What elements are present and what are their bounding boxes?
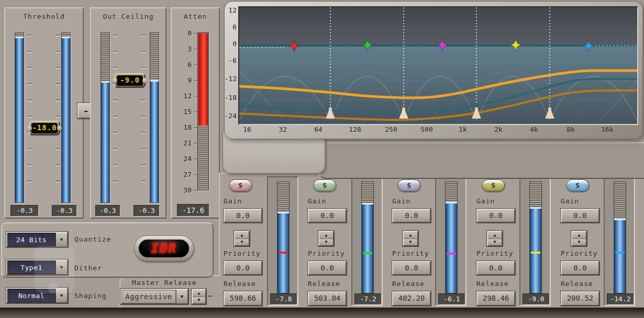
graph-x-tick: 16k — [596, 126, 619, 133]
atten-scale-label: 30 — [173, 186, 192, 194]
gain-label: Gain — [476, 197, 495, 205]
graph-x-tick: 64 — [307, 126, 330, 133]
band-fader[interactable]: -7.2 — [351, 176, 383, 306]
quantize-dropdown[interactable]: 24 Bits ▼ — [6, 232, 68, 247]
band-fader[interactable]: -6.1 — [435, 176, 467, 306]
gain-value[interactable]: 0.0 — [392, 209, 431, 223]
graph-y-tick: -6 — [222, 56, 237, 64]
frequency-graph[interactable] — [238, 6, 638, 125]
atten-panel: Atten 036912151821242730 -17.6 — [171, 7, 220, 219]
stepper-down-icon[interactable]: ▼ — [193, 297, 205, 304]
release-value[interactable]: 598.66 — [224, 291, 262, 306]
band-fader-track[interactable] — [445, 181, 458, 293]
stepper-down-icon[interactable]: ▼ — [572, 239, 586, 246]
stepper-down-icon[interactable]: ▼ — [488, 239, 502, 246]
release-value[interactable]: 298.46 — [476, 291, 515, 306]
release-value[interactable]: 402.20 — [392, 291, 431, 306]
band-meter-readout: -14.2 — [607, 293, 634, 305]
threshold-title: Threshold — [5, 13, 83, 20]
atten-scale-label: 24 — [173, 155, 192, 163]
master-release-label: Master Release — [132, 279, 197, 287]
atten-scale-label: 18 — [173, 123, 192, 131]
band-fader-track[interactable] — [614, 181, 626, 293]
out-ceiling-handle[interactable]: -9.0 — [114, 73, 146, 88]
solo-button[interactable]: S — [566, 179, 589, 192]
master-release-dropdown[interactable]: Aggressive ▼ — [120, 289, 188, 304]
stepper-up-icon[interactable]: ▲ — [572, 232, 586, 239]
graph-x-tick: 1k — [451, 126, 474, 133]
solo-button[interactable]: S — [229, 179, 252, 192]
band-fader-track[interactable] — [361, 181, 374, 293]
stepper-down-icon[interactable]: ▼ — [235, 239, 249, 246]
out-ceiling-title: Out Ceiling — [91, 13, 165, 20]
priority-value[interactable]: 0.0 — [308, 261, 347, 275]
threshold-handle[interactable]: -18.0 — [29, 121, 60, 135]
priority-value[interactable]: 0.0 — [392, 261, 431, 275]
gain-value[interactable]: 0.0 — [308, 209, 347, 223]
band-stepper[interactable]: ▲ ▼ — [403, 231, 418, 246]
solo-button[interactable]: S — [482, 179, 505, 192]
master-release-dropdown-arrow-icon[interactable]: ▼ — [176, 290, 187, 303]
atten-meter — [197, 32, 209, 190]
master-release-stepper[interactable]: ▲ ▼ — [192, 289, 206, 304]
release-value[interactable]: 503.04 — [308, 291, 347, 306]
out-ceiling-fader-left[interactable] — [101, 32, 110, 203]
solo-button-label: S — [238, 182, 242, 189]
stepper-up-icon[interactable]: ▲ — [235, 232, 249, 239]
stepper-up-icon[interactable]: ▲ — [193, 290, 205, 297]
stepper-down-icon[interactable]: ▼ — [319, 239, 333, 246]
band-stepper[interactable]: ▲ ▼ — [571, 231, 587, 246]
gain-label: Gain — [561, 197, 579, 205]
release-value[interactable]: 200.52 — [561, 291, 599, 306]
out-ceiling-value: -9.0 — [117, 75, 143, 86]
priority-label: Priority — [224, 249, 261, 257]
band-fader[interactable]: -7.8 — [267, 176, 298, 306]
threshold-panel: Threshold -0.3 -0.3 — [4, 7, 84, 219]
band-stepper[interactable]: ▲ ▼ — [487, 231, 503, 246]
stepper-up-icon[interactable]: ▲ — [319, 232, 333, 239]
band-fader[interactable]: -9.0 — [519, 176, 551, 306]
gain-value[interactable]: 0.0 — [476, 209, 515, 223]
solo-button[interactable]: S — [313, 179, 336, 192]
graph-x-tick: 128 — [343, 126, 367, 133]
priority-label: Priority — [308, 249, 345, 257]
band-fader-track[interactable] — [277, 181, 290, 293]
stepper-up-icon[interactable]: ▲ — [404, 232, 417, 239]
priority-label: Priority — [392, 249, 429, 257]
atten-scale-label: 27 — [173, 171, 192, 178]
quantize-dropdown-arrow-icon[interactable]: ▼ — [55, 233, 67, 246]
band-stepper[interactable]: ▲ ▼ — [318, 231, 334, 246]
graph-y-tick: -18 — [222, 94, 237, 101]
graph-y-tick: 0 — [222, 40, 237, 48]
band-fader-track[interactable] — [529, 181, 542, 293]
band-fader[interactable]: -14.2 — [604, 176, 635, 306]
master-release-dash: – — [208, 292, 213, 300]
gain-value[interactable]: 0.0 — [561, 209, 599, 223]
graph-x-tick: 8k — [559, 126, 582, 133]
band-fader-marker — [279, 252, 288, 254]
threshold-fader-left[interactable] — [15, 32, 24, 203]
stepper-down-icon[interactable]: ▼ — [404, 239, 417, 246]
solo-button-label: S — [491, 182, 495, 189]
atten-meter-fill — [198, 33, 208, 126]
shaping-label: Shaping — [74, 292, 107, 300]
priority-value[interactable]: 0.0 — [561, 261, 599, 275]
release-label: Release — [392, 280, 425, 288]
threshold-fader-right[interactable] — [61, 32, 71, 203]
out-ceiling-fader-right[interactable] — [150, 32, 159, 203]
threshold-value: -18.0 — [31, 123, 58, 133]
band-fader-marker — [363, 252, 372, 254]
gain-value[interactable]: 0.0 — [224, 209, 262, 223]
priority-value[interactable]: 0.0 — [476, 261, 515, 275]
graph-y-tick: -12 — [222, 75, 237, 83]
graph-x-tick: 4k — [523, 126, 546, 133]
release-label: Release — [561, 280, 593, 288]
priority-label: Priority — [476, 249, 514, 257]
idr-logo: IDR — [134, 235, 194, 262]
priority-value[interactable]: 0.0 — [224, 261, 262, 275]
band-meter-readout: -7.2 — [354, 293, 382, 305]
solo-button[interactable]: S — [397, 179, 420, 192]
stepper-up-icon[interactable]: ▲ — [488, 232, 502, 239]
gain-label: Gain — [392, 197, 410, 205]
band-stepper[interactable]: ▲ ▼ — [234, 231, 250, 246]
